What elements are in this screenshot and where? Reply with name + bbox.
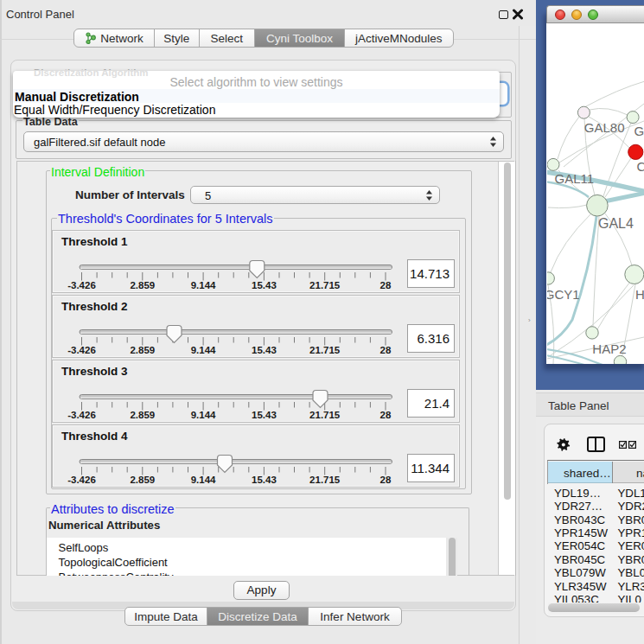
- svg-text:15.43: 15.43: [252, 410, 277, 420]
- svg-text:28: 28: [380, 410, 392, 420]
- svg-text:GCY1: GCY1: [547, 287, 580, 302]
- svg-text:9.144: 9.144: [191, 280, 216, 290]
- svg-text:9.144: 9.144: [191, 345, 216, 355]
- svg-text:21.715: 21.715: [309, 410, 341, 420]
- svg-text:-3.426: -3.426: [67, 280, 96, 290]
- svg-text:15.43: 15.43: [252, 280, 277, 290]
- svg-text:2.859: 2.859: [130, 280, 155, 290]
- svg-text:GAL80: GAL80: [584, 120, 625, 135]
- svg-text:HAP2: HAP2: [592, 341, 626, 356]
- svg-text:15.43: 15.43: [252, 475, 277, 485]
- svg-text:28: 28: [380, 475, 392, 485]
- svg-text:HA: HA: [635, 287, 644, 302]
- svg-text:21.715: 21.715: [309, 475, 341, 485]
- svg-text:2.859: 2.859: [130, 410, 155, 420]
- svg-text:-3.426: -3.426: [67, 345, 96, 355]
- svg-text:-3.426: -3.426: [67, 475, 96, 485]
- svg-text:2.859: 2.859: [130, 475, 155, 485]
- svg-text:21.715: 21.715: [309, 280, 341, 290]
- svg-text:GA: GA: [634, 124, 644, 138]
- svg-text:28: 28: [380, 345, 392, 355]
- svg-text:21.715: 21.715: [309, 345, 341, 355]
- svg-text:CO: CO: [637, 159, 644, 174]
- svg-text:GAL4: GAL4: [598, 216, 634, 231]
- svg-text:9.144: 9.144: [191, 410, 216, 420]
- svg-text:9.144: 9.144: [191, 475, 216, 485]
- svg-text:-3.426: -3.426: [67, 410, 96, 420]
- svg-text:GAL11: GAL11: [555, 171, 595, 186]
- svg-text:2.859: 2.859: [130, 345, 155, 355]
- svg-text:28: 28: [380, 280, 392, 290]
- svg-text:15.43: 15.43: [252, 345, 277, 355]
